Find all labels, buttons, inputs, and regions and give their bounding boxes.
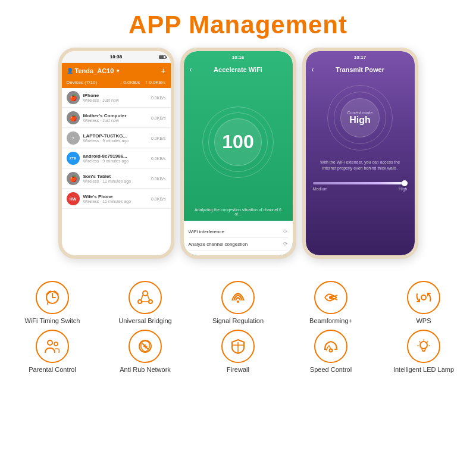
icon-item-wifi-timing: WiFi Timing Switch xyxy=(14,281,91,325)
svg-point-20 xyxy=(420,342,427,349)
phone3-description: With the WiFi extender, you can access t… xyxy=(306,159,415,177)
device-speed: 0.0KB/s xyxy=(151,156,166,161)
wifi-interference-row[interactable]: WiFi interference ⟳ xyxy=(189,226,288,238)
phone2-bottom: WiFi interference ⟳ Analyze channel cong… xyxy=(184,221,293,255)
svg-point-2 xyxy=(138,300,142,303)
device-icon: 🍎 xyxy=(67,172,80,185)
beamforming-label: Beamforming+ xyxy=(309,317,352,325)
current-mode-label: Current mode xyxy=(347,111,373,115)
slider-min-label: Medium xyxy=(313,187,328,191)
parental-control-icon xyxy=(36,330,69,363)
score-number: 100 xyxy=(222,131,253,153)
phone3-rings: Current mode High xyxy=(327,85,393,151)
slider-labels: Medium High xyxy=(313,187,408,191)
firewall-label: Firewall xyxy=(227,365,249,374)
device-icon: ZTE xyxy=(67,152,80,165)
device-name: Mother's Computer xyxy=(83,113,151,118)
list-item[interactable]: 🍎 iPhone Wireless · Just now 0.0KB/s xyxy=(62,88,171,108)
svg-line-17 xyxy=(329,346,331,349)
device-info: Son's Tablet Wireless · 11 minutes ago xyxy=(83,174,151,183)
back-arrow-icon[interactable]: ‹ xyxy=(190,65,192,74)
device-status: Wireless · Just now xyxy=(83,98,151,102)
led-lamp-label: Intelligent LED Lamp xyxy=(393,365,454,374)
phone2-top-bar: 10:16 xyxy=(184,51,293,63)
svg-point-16 xyxy=(330,349,333,352)
icon-item-beamforming: Beamforming+ xyxy=(292,281,369,325)
device-status: Wireless · 11 minutes ago xyxy=(83,199,151,203)
icons-row1: WiFi Timing Switch Universal Bridging xyxy=(6,278,470,327)
mode-value: High xyxy=(347,115,373,126)
refresh-icon2: ⟳ xyxy=(283,241,288,247)
phone3: 10:17 ‹ Transmit Power Current mode xyxy=(302,48,418,259)
phone2-circle-area: 100 xyxy=(184,76,293,208)
slider-thumb xyxy=(402,180,408,186)
device-name: iPhone xyxy=(83,93,151,98)
add-button[interactable]: + xyxy=(161,66,165,76)
phone3-time: 10:17 xyxy=(354,55,366,60)
transmit-power-slider[interactable] xyxy=(313,182,408,184)
devices-label: Devices (7/10) xyxy=(67,80,98,85)
device-speed: 0.0KB/s xyxy=(151,177,166,181)
phone1-top-bar: 10:38 xyxy=(62,51,171,63)
device-icon: HW xyxy=(67,192,80,205)
signal-regulation-label: Signal Regulation xyxy=(212,317,264,325)
wifi-interference-label: WiFi interference xyxy=(189,229,224,234)
svg-point-11 xyxy=(54,342,58,346)
router-name: 👤 Tenda_AC10 ▼ xyxy=(67,67,121,74)
svg-point-9 xyxy=(421,295,426,300)
list-item[interactable]: 🍎 Mother's Computer Wireless · Just now … xyxy=(62,108,171,128)
router-name-text: Tenda_AC10 xyxy=(75,67,114,74)
device-icon: 🍎 xyxy=(67,91,80,104)
svg-line-23 xyxy=(427,342,428,342)
device-status: Wireless · 9 minutes ago xyxy=(83,139,151,143)
icon-item-anti-rub: Anti Rub Network xyxy=(107,330,184,374)
device-name: Wife's Phone xyxy=(83,194,151,199)
device-status: Wireless · 11 minutes ago xyxy=(83,179,151,183)
device-icon: 🍎 xyxy=(67,111,80,124)
analyzing-text: Analyzing the congestion situation of ch… xyxy=(184,208,293,221)
svg-point-10 xyxy=(48,340,52,345)
icon-item-speed-control: Speed Control xyxy=(292,330,369,374)
device-icon: ? xyxy=(67,131,80,145)
device-speed: 0.0KB/s xyxy=(151,96,166,100)
universal-bridging-label: Universal Bridging xyxy=(118,317,171,325)
device-info: LAPTOP-TU6TKG... Wireless · 9 minutes ag… xyxy=(83,133,151,143)
speed-control-label: Speed Control xyxy=(310,365,352,374)
phone3-wrapper: 10:17 ‹ Transmit Power Current mode xyxy=(302,48,418,259)
speed-indicators: ↓ 0.0KB/s ↑ 0.0KB/s xyxy=(120,80,165,85)
phone1-subheader: Devices (7/10) ↓ 0.0KB/s ↑ 0.0KB/s xyxy=(62,79,171,88)
list-item[interactable]: HW Wife's Phone Wireless · 11 minutes ag… xyxy=(62,189,171,209)
phone3-circle-area: Current mode High xyxy=(306,76,415,159)
phone3-title: Transmit Power xyxy=(336,66,384,73)
device-name: Son's Tablet xyxy=(83,174,151,179)
speed-control-icon xyxy=(314,330,347,363)
list-item[interactable]: 🍎 Son's Tablet Wireless · 11 minutes ago… xyxy=(62,169,171,189)
universal-bridging-icon xyxy=(129,281,162,314)
phone3-header: ‹ Transmit Power xyxy=(306,63,415,76)
icon-item-universal-bridging: Universal Bridging xyxy=(107,281,184,325)
phone3-top-bar: 10:17 xyxy=(306,51,415,63)
device-speed: 0.0KB/s xyxy=(151,197,166,201)
firewall-icon xyxy=(221,330,255,363)
list-item[interactable]: ? LAPTOP-TU6TKG... Wireless · 9 minutes … xyxy=(62,129,171,148)
analyze-congestion-row[interactable]: Analyze channel congestion ⟳ xyxy=(189,238,288,250)
icon-item-signal-regulation: Signal Regulation xyxy=(199,281,277,325)
anti-rub-label: Anti Rub Network xyxy=(120,365,171,374)
phone2-time: 10:16 xyxy=(232,55,244,60)
phone2: 10:16 ‹ Accelerate WiFi 100 xyxy=(180,48,296,259)
device-status: Wireless · Just now xyxy=(83,118,151,123)
device-list: 🍎 iPhone Wireless · Just now 0.0KB/s 🍎 M… xyxy=(62,88,171,209)
svg-point-7 xyxy=(237,300,239,303)
device-info: Wife's Phone Wireless · 11 minutes ago xyxy=(83,194,151,203)
back-arrow-icon3[interactable]: ‹ xyxy=(312,65,314,74)
device-name: LAPTOP-TU6TKG... xyxy=(83,133,151,139)
icons-section: WiFi Timing Switch Universal Bridging xyxy=(0,268,476,377)
device-info: iPhone Wireless · Just now xyxy=(83,93,151,102)
device-status: Wireless · 9 minutes ago xyxy=(83,159,151,163)
beamforming-icon xyxy=(314,281,347,314)
list-item[interactable]: ZTE android-8c791986... Wireless · 9 min… xyxy=(62,149,171,168)
phone1-header: 👤 Tenda_AC10 ▼ + xyxy=(62,63,171,79)
device-speed: 0.0KB/s xyxy=(151,136,166,140)
icon-item-led-lamp: Intelligent LED Lamp xyxy=(385,330,462,374)
led-lamp-icon xyxy=(407,330,440,363)
